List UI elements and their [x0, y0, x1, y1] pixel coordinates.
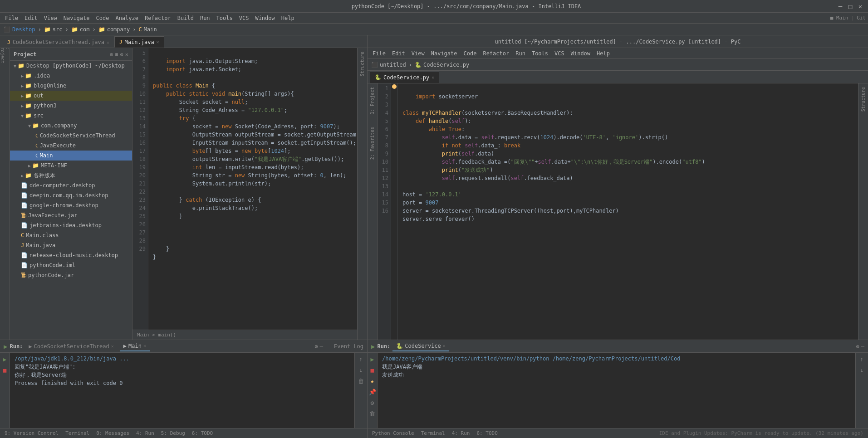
- py-scroll-up-btn[interactable]: ↑: [858, 355, 867, 364]
- menu-code[interactable]: Code: [93, 14, 112, 22]
- scroll-down-btn[interactable]: ↓: [357, 365, 366, 375]
- run-play-btn[interactable]: ▶: [0, 355, 10, 364]
- tree-jetbrains[interactable]: 📄 jetbrains-idea.desktop: [10, 220, 132, 230]
- tree-python3[interactable]: ▶ 📁 python3: [10, 101, 132, 111]
- tree-root[interactable]: ▼ 📁 Desktop [pythonCode] ~/Desktop: [10, 61, 132, 71]
- py-terminal[interactable]: Terminal: [421, 430, 445, 436]
- run-tab-codesocket[interactable]: ▶ CodeSocketServiceThread ✕: [25, 341, 117, 351]
- py-run-play-btn[interactable]: ▶: [368, 355, 377, 364]
- py-tab-codeservice[interactable]: 🐍 CodeService.py ✕: [370, 72, 439, 83]
- py-menu-refactor[interactable]: Refactor: [480, 49, 512, 58]
- py-breadcrumb-untitled[interactable]: untitled: [380, 62, 406, 68]
- run-tab-main[interactable]: ▶ Main ✕: [120, 341, 150, 351]
- py-rerun-btn[interactable]: ★: [368, 376, 377, 385]
- java-code-editor[interactable]: 5 6 7 8 9 10 11 12 13 14 15 16 1: [132, 48, 357, 330]
- tree-blogonline[interactable]: ▶ 📁 blogOnline: [10, 81, 132, 91]
- py-menu-code[interactable]: Code: [461, 49, 480, 58]
- close-button[interactable]: ✕: [857, 3, 863, 10]
- run-status[interactable]: 4: Run: [136, 430, 154, 436]
- py-scroll-down-btn[interactable]: ↓: [858, 365, 867, 375]
- py-settings2-btn[interactable]: ⚙: [368, 398, 377, 407]
- todo-status[interactable]: 6: TODO: [192, 430, 213, 436]
- breadcrumb-com[interactable]: com: [80, 26, 90, 33]
- tree-out[interactable]: ▶ 📁 out: [10, 91, 132, 101]
- gear-icon[interactable]: ⚙: [120, 51, 123, 58]
- run-tab-codesocket-close[interactable]: ✕: [111, 344, 114, 349]
- terminal-status[interactable]: Terminal: [65, 430, 89, 436]
- py-trash-btn[interactable]: 🗑: [368, 409, 377, 418]
- tree-javaexecute-jar[interactable]: 🗜 JavaExecute.jar: [10, 210, 132, 220]
- tree-pythoncode-jar[interactable]: 🗜 pythonCode.jar: [10, 270, 132, 280]
- breadcrumb-desktop[interactable]: Desktop: [12, 26, 35, 33]
- close-sidebar-icon[interactable]: ✕: [125, 51, 128, 58]
- minimize-button[interactable]: ─: [837, 3, 843, 10]
- menu-edit[interactable]: Edit: [22, 14, 40, 22]
- breadcrumb-company[interactable]: company: [107, 26, 130, 33]
- tree-meta-inf[interactable]: ▶ 📁 META-INF: [10, 161, 132, 170]
- py-minimize-icon[interactable]: ─: [861, 343, 864, 350]
- tree-javaexecute[interactable]: C JavaExecute: [10, 141, 132, 151]
- tree-main-java[interactable]: J Main.java: [10, 240, 132, 250]
- breadcrumb-src[interactable]: src: [53, 26, 63, 33]
- debug-status[interactable]: 5: Debug: [161, 430, 185, 436]
- py-run-tab-close[interactable]: ✕: [443, 343, 446, 348]
- menu-analyze[interactable]: Analyze: [113, 14, 141, 22]
- py-menu-window[interactable]: Window: [568, 49, 593, 58]
- menu-build[interactable]: Build: [175, 14, 196, 22]
- py-run[interactable]: 4: Run: [452, 430, 470, 436]
- tab-main[interactable]: J Main.java ✕: [114, 36, 164, 48]
- tree-com-company[interactable]: ▼ 📁 com.company: [10, 121, 132, 131]
- tree-idea[interactable]: ▶ 📁 .idea: [10, 71, 132, 81]
- py-run-tab-codeservice[interactable]: 🐍 CodeService ✕: [392, 341, 449, 351]
- tree-codesocket[interactable]: C CodeSocketServiceThread: [10, 131, 132, 141]
- py-settings-icon[interactable]: ⚙: [856, 343, 859, 350]
- tree-src[interactable]: ▼ 📁 src: [10, 111, 132, 121]
- py-menu-run[interactable]: Run: [513, 49, 528, 58]
- menu-refactor[interactable]: Refactor: [142, 14, 174, 22]
- tree-deepin[interactable]: 📄 deepin.com.qq.im.desktop: [10, 190, 132, 200]
- settings-icon[interactable]: ⚙: [110, 51, 113, 58]
- py-menu-help[interactable]: Help: [594, 49, 613, 58]
- tree-netease[interactable]: 📄 netease-cloud-music.desktop: [10, 250, 132, 260]
- minimize-run-icon[interactable]: ─: [320, 343, 323, 350]
- py-tab-close[interactable]: ✕: [432, 75, 434, 80]
- menu-vcs[interactable]: VCS: [236, 14, 252, 22]
- scroll-up-btn[interactable]: ↑: [357, 355, 366, 364]
- tree-chrome[interactable]: 📄 google-chrome.desktop: [10, 200, 132, 210]
- menu-window[interactable]: Window: [252, 14, 277, 22]
- vcs-status[interactable]: 9: Version Control: [5, 430, 59, 436]
- py-menu-navigate[interactable]: Navigate: [428, 49, 460, 58]
- menu-help[interactable]: Help: [279, 14, 297, 22]
- messages-status[interactable]: 0: Messages: [96, 430, 129, 436]
- maximize-button[interactable]: □: [847, 3, 853, 10]
- settings-run-icon[interactable]: ⚙: [315, 343, 318, 350]
- tab-close-main[interactable]: ✕: [157, 39, 159, 44]
- menu-file[interactable]: File: [2, 14, 21, 22]
- menu-tools[interactable]: Tools: [214, 14, 235, 22]
- run-tab-main-close[interactable]: ✕: [143, 343, 146, 348]
- tree-versions[interactable]: ▶ 📁 各种版本: [10, 170, 132, 180]
- breadcrumb-main[interactable]: Main: [144, 26, 157, 33]
- layout-icon[interactable]: ⊞: [115, 51, 118, 58]
- tree-main[interactable]: C Main: [10, 151, 132, 161]
- py-breadcrumb-codeservice[interactable]: CodeService.py: [423, 62, 469, 68]
- tree-main-class[interactable]: C Main.class: [10, 230, 132, 240]
- py-menu-view[interactable]: View: [409, 49, 427, 58]
- py-pin-btn[interactable]: 📌: [368, 387, 377, 396]
- py-menu-edit[interactable]: Edit: [389, 49, 408, 58]
- py-menu-file[interactable]: File: [370, 49, 388, 58]
- tree-dde[interactable]: 📄 dde-computer.desktop: [10, 180, 132, 190]
- menu-run[interactable]: Run: [197, 14, 213, 22]
- project-btn[interactable]: 1: Project: [1, 50, 9, 58]
- tab-close-codesocket[interactable]: ✕: [107, 40, 109, 45]
- py-todo[interactable]: 6: TODO: [476, 430, 497, 436]
- menu-view[interactable]: View: [41, 14, 60, 22]
- py-python-console[interactable]: Python Console: [372, 430, 414, 436]
- py-code-editor[interactable]: 1 2 3 4 5 6 7 8 9 10 11 12 13: [378, 83, 858, 340]
- run-stop-btn[interactable]: ■: [0, 365, 10, 375]
- clear-btn[interactable]: 🗑: [357, 376, 366, 385]
- py-menu-tools[interactable]: Tools: [529, 49, 551, 58]
- py-run-stop-btn[interactable]: ■: [368, 365, 377, 375]
- py-menu-vcs[interactable]: VCS: [552, 49, 567, 58]
- tree-pythoncode-iml[interactable]: 📄 pythonCode.iml: [10, 260, 132, 270]
